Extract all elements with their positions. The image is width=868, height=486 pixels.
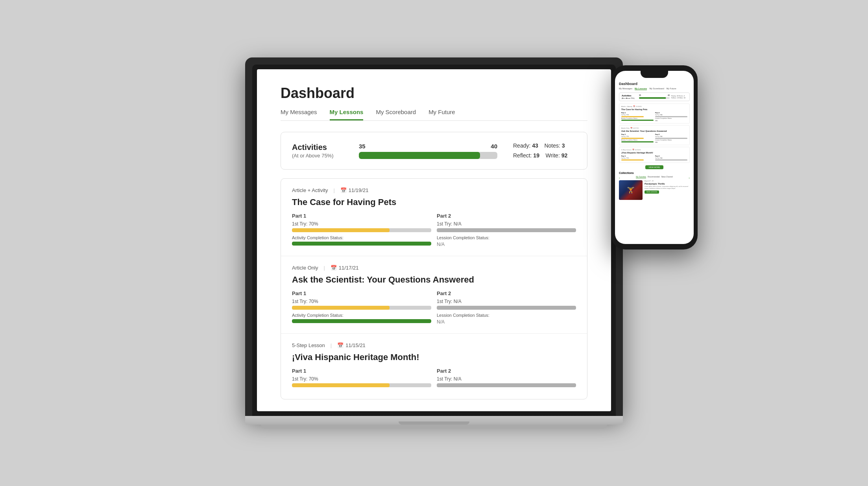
phone-parts: Part 1 1st Try: 70% Activity Completion …: [621, 133, 687, 143]
lesson-title: ¡Viva Hispanic Heritage Month!: [292, 352, 576, 362]
phone-stats: Ready: 43 Notes: 3Reflect: 19 Write: 92: [671, 95, 687, 99]
activities-progress: 35 40: [359, 143, 497, 159]
part2-try: 1st Try: N/A: [437, 376, 576, 382]
phone-activities-card: Activities(At or Above 75%) 35 40 Ready:…: [619, 92, 690, 101]
phone-lesson-row[interactable]: 5-Step Lesson 📅 11/15/21 ¡Viva Hispanic …: [619, 147, 690, 163]
progress-current: 35: [359, 143, 366, 150]
tab-my-future[interactable]: My Future: [428, 109, 455, 120]
phone-article-meta: August 27 - 33: [645, 180, 690, 182]
view-more-button[interactable]: VIEW MORE: [645, 165, 663, 169]
activities-card: Activities (At or Above 75%) 35 40: [281, 132, 587, 170]
lesson-row[interactable]: 5-Step Lesson | 📅 11/15/21 ¡Viva Hispani…: [281, 334, 587, 399]
lesson-date-value: 11/19/21: [349, 187, 369, 193]
lesson-row[interactable]: Article + Activity | 📅 11/19/21 The Case…: [281, 179, 587, 256]
phone-prog-current: 35: [639, 94, 641, 96]
right-arrow-icon[interactable]: ›: [689, 176, 690, 180]
left-arrow-icon[interactable]: ‹: [619, 176, 620, 180]
phone-tab-messages[interactable]: My Messages: [619, 87, 632, 90]
part2-completion-label: Lession Completion Status:: [437, 235, 576, 240]
part2-label: Part 2: [437, 290, 576, 296]
calendar-icon: 📅: [331, 265, 337, 271]
laptop-base: [245, 416, 623, 425]
phone-tab-scoreboard[interactable]: My Scoreboard: [649, 87, 664, 90]
lesson-title: The Case for Having Pets: [292, 197, 576, 207]
phone-lesson-title: The Case for Having Pets: [621, 108, 687, 111]
lesson-part1: Part 1 1st Try: 70% Activity Completion …: [292, 290, 431, 325]
lesson-type: Article + Activity: [292, 187, 328, 193]
activities-stats: Ready: 43 Notes: 3 Reflect: 19: [513, 141, 576, 161]
lesson-date: 📅 11/15/21: [337, 342, 366, 348]
lesson-meta: Article + Activity | 📅 11/19/21: [292, 187, 576, 193]
phone-lesson-meta: Article Only 📅 11/17/21: [621, 127, 687, 129]
part2-na: N/A: [437, 319, 576, 325]
part2-completion-label: Lession Completion Status:: [437, 313, 576, 318]
phone-article-title: Paralympic Thrills: [645, 183, 690, 185]
tab-my-messages[interactable]: My Messages: [281, 109, 317, 120]
lesson-part2: Part 2 1st Try: N/A: [437, 368, 576, 390]
phone-article-image: [619, 180, 643, 200]
part2-try: 1st Try: N/A: [437, 299, 576, 304]
phone-tabs: My Messages My Lessons My Scoreboard My …: [619, 87, 690, 90]
activities-title: Activities: [292, 143, 343, 152]
phone-progress: 35 40: [639, 94, 670, 99]
lesson-date-value: 11/15/21: [345, 342, 366, 348]
stat-write-label: Write:: [546, 152, 560, 159]
part1-label: Part 1: [292, 213, 431, 219]
lesson-meta: 5-Step Lesson | 📅 11/15/21: [292, 342, 576, 348]
stat-reflect-label: Reflect:: [513, 152, 532, 159]
phone-article-desc: Lorem ipsum dolor sit amet, consectetur …: [645, 186, 690, 190]
lesson-type: 5-Step Lesson: [292, 342, 325, 348]
stat-reflect-value: 19: [533, 152, 539, 159]
phone-dashboard-title: Dashboard: [619, 82, 690, 86]
part1-completion-label: Activity Completion Status:: [292, 235, 431, 240]
phone-lesson-row[interactable]: Article + Activity 📅 11/19/21 The Case f…: [619, 103, 690, 124]
meta-sep: |: [333, 187, 334, 193]
part1-completion-label: Activity Completion Status:: [292, 313, 431, 318]
lesson-part2: Part 2 1st Try: N/A Lession Completion S…: [437, 290, 576, 325]
part2-try: 1st Try: N/A: [437, 221, 576, 227]
phone-article-info: August 27 - 33 Paralympic Thrills Lorem …: [645, 180, 690, 194]
phone-prog-bar: [639, 97, 670, 99]
phone-notch: [641, 71, 668, 78]
part2-na: N/A: [437, 242, 576, 247]
phone-collections-title: Collections: [619, 172, 690, 174]
lessons-card: Article + Activity | 📅 11/19/21 The Case…: [281, 178, 587, 399]
meta-sep: |: [323, 265, 325, 271]
activities-subtitle: (At or Above 75%): [292, 153, 343, 159]
calendar-icon: 📅: [340, 187, 347, 193]
stat-ready-value: 43: [532, 142, 538, 149]
lesson-row[interactable]: Article Only | 📅 11/17/21 Ask the Scient…: [281, 256, 587, 334]
phone-prog-total: 40: [668, 94, 670, 96]
part1-try: 1st Try: 70%: [292, 221, 431, 227]
phone-tab-lessons[interactable]: My Lessons: [635, 87, 647, 90]
phone-parts: Part 1 1st Try: 70% Activity Completion …: [621, 112, 687, 122]
phone-article-card[interactable]: August 27 - 33 Paralympic Thrills Lorem …: [619, 180, 690, 200]
phone-lesson-meta: 5-Step Lesson 📅 11/15/21: [621, 149, 687, 151]
tab-my-lessons[interactable]: My Lessons: [330, 109, 364, 120]
page-title: Dashboard: [281, 85, 587, 102]
phone-tab-future[interactable]: My Future: [667, 87, 676, 90]
phone-coll-tab-recommended[interactable]: Recommended: [648, 176, 660, 178]
part1-try: 1st Try: 70%: [292, 376, 431, 382]
tabs-nav: My Messages My Lessons My Scoreboard My …: [281, 109, 587, 121]
calendar-icon: 📅: [337, 342, 344, 348]
laptop-foot: [261, 425, 607, 429]
tab-my-scoreboard[interactable]: My Scoreboard: [376, 109, 416, 120]
stat-write-value: 92: [561, 152, 568, 159]
part1-label: Part 1: [292, 290, 431, 296]
progress-total: 40: [491, 143, 497, 150]
stat-ready-label: Ready:: [513, 142, 530, 149]
phone-coll-tab-favorites[interactable]: My Favorites: [636, 176, 646, 178]
phone-new-lesson-button[interactable]: NEW LESSON: [645, 190, 659, 194]
phone-lesson-row[interactable]: Article Only 📅 11/17/21 Ask the Scientis…: [619, 125, 690, 145]
phone-parts: Part 1 1st Try: 70% Part 2 1st Try: N/A: [621, 155, 687, 161]
phone-view-more[interactable]: VIEW MORE: [619, 165, 690, 169]
lesson-parts: Part 1 1st Try: 70% Activity Completion …: [292, 290, 576, 325]
part1-try: 1st Try: 70%: [292, 299, 431, 304]
phone-screen: Dashboard My Messages My Lessons My Scor…: [615, 71, 694, 244]
lesson-title: Ask the Scientist: Your Questions Answer…: [292, 275, 576, 285]
stat-notes-label: Notes:: [544, 142, 560, 149]
phone-coll-tab-news[interactable]: News Channel: [661, 176, 673, 178]
lesson-type: Article Only: [292, 265, 318, 271]
phone-lesson-title: Ask the Scientist: Your Questions Answer…: [621, 130, 687, 132]
